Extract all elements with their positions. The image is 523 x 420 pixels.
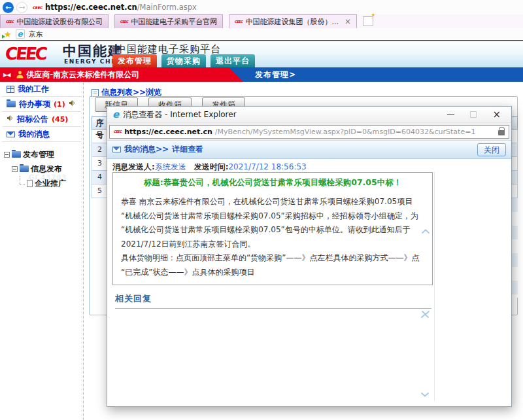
tab-label: 中国能建电子采购平台官网 bbox=[131, 17, 217, 27]
dialog-favicon: CEEC bbox=[114, 130, 122, 133]
breadcrumb: 发布管理> bbox=[255, 67, 296, 82]
tab-label: 中国能源建设股份有限公司 bbox=[16, 17, 103, 27]
envelope-icon bbox=[7, 131, 15, 137]
sidebar-item-label: 我的消息 bbox=[18, 129, 50, 140]
sidebar-tree: 发布管理 信息发布 企业推广 bbox=[0, 142, 83, 190]
seq-column-header: 序号 bbox=[92, 117, 108, 129]
tree-connector bbox=[20, 176, 25, 185]
ie-favicon bbox=[16, 29, 25, 39]
favorites-star-icon[interactable] bbox=[4, 30, 12, 39]
close-button[interactable]: 关闭 bbox=[477, 143, 506, 156]
message-meta: 消息发送人:系统发送 发送时间:2021/7/12 18:56:53 bbox=[112, 162, 307, 173]
minimize-icon[interactable] bbox=[447, 114, 454, 115]
nav-tab-publish[interactable]: 发布管理 bbox=[112, 54, 157, 67]
sidebar-item-label: 招标公告 bbox=[17, 114, 48, 125]
work-icon bbox=[7, 86, 14, 93]
replies-divider bbox=[115, 308, 431, 309]
sidebar-item-label: 待办事项 bbox=[19, 99, 50, 110]
tab-ceec-group-active[interactable]: CEEC 中国能源建设集团（股份）... bbox=[229, 14, 357, 28]
tree-node-label: 发布管理 bbox=[23, 149, 54, 160]
tab-label: 中国能源建设集团（股份）... bbox=[246, 17, 339, 27]
sidebar-item-my-messages[interactable]: 我的消息 bbox=[2, 127, 81, 142]
dialog-titlebar[interactable]: 消息查看器 - Internet Explorer bbox=[107, 107, 511, 123]
sidebar-item-label: 我的工作 bbox=[18, 84, 49, 95]
new-tab-button[interactable] bbox=[363, 16, 373, 26]
message-section-header: 我的消息>> 详细查看 关闭 bbox=[107, 141, 511, 159]
tree-node-publish[interactable]: 发布管理 bbox=[0, 147, 83, 162]
collapse-icon[interactable] bbox=[12, 166, 18, 172]
tree-node-label: 信息发布 bbox=[31, 164, 62, 175]
tab-procurement-portal[interactable]: CEEC 中国能建电子采购平台官网 bbox=[114, 14, 223, 28]
forward-button[interactable] bbox=[16, 2, 27, 13]
folder-icon bbox=[7, 101, 16, 107]
todo-count-badge: (1) bbox=[54, 100, 65, 109]
row-seq: 2 bbox=[92, 143, 108, 156]
speaker-icon bbox=[7, 114, 14, 124]
dialog-url-row: CEEC https://ec.ceec.net.cn/MyBench/MySy… bbox=[107, 123, 511, 141]
back-button[interactable] bbox=[3, 2, 14, 13]
scroll-up-icon[interactable] bbox=[421, 313, 429, 319]
favorite-jd-link[interactable]: 京东 bbox=[29, 29, 43, 39]
ceec-logo: CEEC bbox=[4, 44, 46, 63]
nav-tab-goods[interactable]: 货物采购 bbox=[161, 54, 206, 67]
lock-icon bbox=[498, 130, 505, 135]
time-value: 2021/7/12 18:56:53 bbox=[228, 162, 306, 171]
supplier-name: 供应商-南京云来标准件有限公司 bbox=[26, 69, 139, 80]
dialog-body: 我的消息>> 详细查看 关闭 消息发送人:系统发送 发送时间:2021/7/12… bbox=[107, 141, 511, 406]
time-label: 发送时间: bbox=[194, 162, 229, 171]
browser-window: CEEC https://ec.ceec.net.cn/MainForm.asp… bbox=[0, 0, 523, 420]
envelope-icon bbox=[112, 147, 121, 152]
message-paragraph: 具体货物明细：点页面顶部主菜单的“货物采购”——》点左栏具体的采购方式——》点“… bbox=[121, 251, 424, 279]
content-column-divider bbox=[434, 172, 435, 401]
address-bar: CEEC https://ec.ceec.net.cn/MainForm.asp… bbox=[0, 0, 523, 14]
site-header: CEEC 中国能建 ENERGY CHINA 中国能建电子采购平台 发布管理 货… bbox=[0, 41, 523, 67]
dialog-url-host: https://ec.ceec.net.cn bbox=[124, 128, 212, 136]
message-viewer-dialog: 消息查看器 - Internet Explorer CEEC https://e… bbox=[107, 106, 512, 407]
folder-icon bbox=[20, 166, 29, 172]
scroll-up-icon[interactable] bbox=[422, 229, 430, 234]
tab-favicon: CEEC bbox=[235, 20, 243, 24]
section-label: 我的消息>> bbox=[124, 144, 169, 155]
window-controls bbox=[447, 110, 506, 120]
sidebar-item-todo[interactable]: 待办事项 (1) bbox=[2, 97, 81, 112]
sender-value: 系统发送 bbox=[155, 162, 186, 171]
sender-label: 消息发送人: bbox=[112, 162, 155, 171]
message-body: 恭喜 南京云来标准件有限公司，在机械化公司货送甘肃常乐项目螺栓采购07.05项目… bbox=[113, 188, 432, 280]
dialog-url-path: /MyBench/MySystemMsgView.aspx?pID=0&msgI… bbox=[215, 128, 496, 136]
supplier-ribbon: 供应商-南京云来标准件有限公司 bbox=[0, 67, 243, 82]
address-host[interactable]: https://ec.ceec.net.cn bbox=[45, 3, 137, 12]
ie-icon bbox=[112, 110, 119, 120]
marquee-control-icon[interactable] bbox=[3, 72, 10, 78]
scroll-down-icon[interactable] bbox=[421, 392, 429, 397]
person-icon bbox=[16, 71, 24, 79]
collapse-icon[interactable] bbox=[4, 152, 10, 158]
message-content-box: 标题:恭喜贵公司，机械化公司货送甘肃常乐项目螺栓采购07.05中标！ 恭喜 南京… bbox=[112, 172, 433, 285]
dialog-url-field[interactable]: CEEC https://ec.ceec.net.cn/MyBench/MySy… bbox=[109, 125, 509, 139]
main-nav: 发布管理 货物采购 退出平台 bbox=[112, 54, 255, 67]
close-window-icon[interactable] bbox=[492, 110, 501, 120]
site-favicon: CEEC bbox=[33, 5, 43, 10]
folder-icon bbox=[12, 151, 21, 158]
watermark: GC43783 bbox=[29, 173, 67, 182]
address-path[interactable]: /MainForm.aspx bbox=[137, 3, 197, 12]
row-seq: 3 bbox=[92, 157, 108, 170]
tab-close-icon[interactable] bbox=[345, 17, 351, 26]
sidebar-item-my-work[interactable]: 我的工作 bbox=[2, 82, 81, 97]
row-seq: 5 bbox=[92, 184, 108, 198]
table-row-stripes bbox=[512, 198, 518, 298]
notice-count-badge: (45) bbox=[52, 115, 68, 124]
row-seq: 4 bbox=[92, 171, 108, 184]
sidebar: 我的工作 待办事项 (1) 招标公告 (45) 我的消息 发布管理 bbox=[0, 82, 84, 420]
tab-favicon: CEEC bbox=[6, 20, 14, 24]
dialog-title: 消息查看器 - Internet Explorer bbox=[123, 109, 236, 120]
list-icon bbox=[92, 89, 99, 97]
sidebar-item-tender-notice[interactable]: 招标公告 (45) bbox=[2, 112, 81, 127]
nav-tab-exit[interactable]: 退出平台 bbox=[211, 54, 255, 67]
breadcrumb-bar: 供应商-南京云来标准件有限公司 发布管理> bbox=[0, 67, 523, 82]
related-replies-label: 相关回复 bbox=[115, 293, 152, 305]
speaker-icon bbox=[69, 99, 76, 109]
tab-bar: CEEC 中国能源建设股份有限公司 CEEC 中国能建电子采购平台官网 CEEC… bbox=[0, 14, 523, 28]
tab-ceec-corp[interactable]: CEEC 中国能源建设股份有限公司 bbox=[0, 14, 109, 28]
maximize-icon[interactable] bbox=[470, 111, 477, 118]
message-title: 标题:恭喜贵公司，机械化公司货送甘肃常乐项目螺栓采购07.05中标！ bbox=[113, 177, 432, 188]
